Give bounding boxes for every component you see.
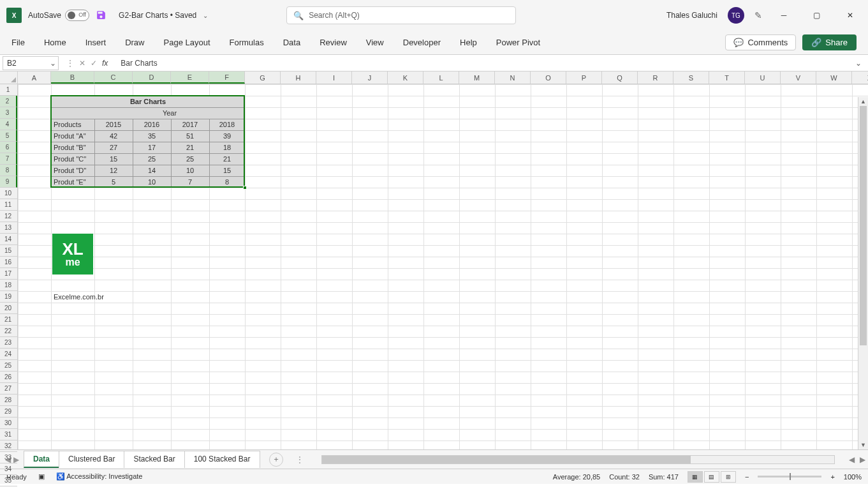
col-header-V[interactable]: V — [781, 71, 816, 84]
scroll-left-icon[interactable]: ◀ — [846, 455, 857, 464]
cell-B6[interactable]: Produt "B" — [51, 142, 94, 153]
cell-B5[interactable]: Produt "A" — [51, 130, 94, 142]
cell-C7[interactable]: 15 — [94, 153, 133, 165]
col-header-F[interactable]: F — [209, 71, 245, 84]
col-header-G[interactable]: G — [245, 71, 281, 84]
zoom-slider[interactable] — [758, 476, 821, 478]
col-header-A[interactable]: A — [18, 71, 51, 84]
page-break-view-button[interactable]: ⊞ — [721, 471, 736, 483]
row-header-31[interactable]: 31 — [0, 429, 17, 440]
sheet-tab-100-stacked-bar[interactable]: 100 Stacked Bar — [184, 451, 260, 468]
tab-data[interactable]: Data — [283, 35, 300, 50]
tab-view[interactable]: View — [366, 35, 384, 50]
select-all-button[interactable] — [0, 71, 18, 84]
cell-F8[interactable]: 15 — [209, 165, 245, 176]
row-header-33[interactable]: 33 — [0, 452, 17, 463]
col-header-M[interactable]: M — [459, 71, 495, 84]
cell-B19[interactable]: Excelme.com.br — [51, 291, 140, 303]
col-header-X[interactable]: X — [852, 71, 868, 84]
row-header-7[interactable]: 7 — [0, 153, 17, 165]
cell-E8[interactable]: 10 — [171, 165, 209, 176]
tab-file[interactable]: File — [11, 35, 25, 50]
row-header-17[interactable]: 17 — [0, 268, 17, 280]
row-header-11[interactable]: 11 — [0, 199, 17, 211]
page-layout-view-button[interactable]: ▤ — [704, 471, 719, 483]
cell-D5[interactable]: 35 — [133, 130, 171, 142]
sheet-tab-stacked-bar[interactable]: Stacked Bar — [124, 451, 184, 468]
row-header-10[interactable]: 10 — [0, 188, 17, 199]
zoom-out-button[interactable]: − — [745, 473, 749, 481]
cell-C8[interactable]: 12 — [94, 165, 133, 176]
row-header-25[interactable]: 25 — [0, 360, 17, 372]
cell-E7[interactable]: 25 — [171, 153, 209, 165]
vertical-scrollbar[interactable]: ▲ ▼ — [858, 97, 868, 449]
cell-area[interactable]: Bar ChartsYearProducts2015201620172018Pr… — [18, 84, 868, 449]
cell-D9[interactable]: 10 — [133, 176, 171, 188]
share-button[interactable]: 🔗 Share — [802, 34, 857, 50]
scroll-down-icon[interactable]: ▼ — [858, 440, 868, 449]
col-header-R[interactable]: R — [638, 71, 673, 84]
cell-E6[interactable]: 21 — [171, 142, 209, 153]
scroll-right-icon[interactable]: ▶ — [857, 455, 868, 464]
autosave-toggle[interactable]: AutoSave Off — [28, 10, 89, 21]
doc-name-dropdown-icon[interactable]: ⌄ — [203, 12, 208, 19]
cell-year-header[interactable]: Year — [94, 107, 245, 119]
row-header-5[interactable]: 5 — [0, 130, 17, 142]
row-header-15[interactable]: 15 — [0, 245, 17, 257]
formula-expand-icon[interactable]: ⌄ — [849, 59, 868, 68]
row-header-14[interactable]: 14 — [0, 234, 17, 245]
row-header-6[interactable]: 6 — [0, 142, 17, 153]
cell-E4[interactable]: 2017 — [171, 119, 209, 130]
cell-F6[interactable]: 18 — [209, 142, 245, 153]
col-header-O[interactable]: O — [531, 71, 566, 84]
tab-power-pivot[interactable]: Power Pivot — [496, 35, 540, 50]
col-header-P[interactable]: P — [566, 71, 602, 84]
col-header-J[interactable]: J — [352, 71, 388, 84]
cell-B9[interactable]: Produt "E" — [51, 176, 94, 188]
row-header-23[interactable]: 23 — [0, 337, 17, 349]
col-header-C[interactable]: C — [94, 71, 133, 84]
col-header-Q[interactable]: Q — [602, 71, 638, 84]
accessibility-status[interactable]: ♿ Accessibility: Investigate — [56, 472, 143, 481]
hscroll-thumb[interactable] — [322, 456, 691, 463]
row-header-27[interactable]: 27 — [0, 383, 17, 395]
normal-view-button[interactable]: ▦ — [688, 471, 703, 483]
col-header-S[interactable]: S — [673, 71, 709, 84]
tab-page-layout[interactable]: Page Layout — [164, 35, 210, 50]
cell-D4[interactable]: 2016 — [133, 119, 171, 130]
row-header-19[interactable]: 19 — [0, 291, 17, 303]
cell-F4[interactable]: 2018 — [209, 119, 245, 130]
tab-developer[interactable]: Developer — [403, 35, 441, 50]
fill-handle[interactable] — [243, 186, 247, 190]
row-header-29[interactable]: 29 — [0, 406, 17, 418]
search-input[interactable]: 🔍 Search (Alt+Q) — [286, 6, 516, 24]
tab-scroll-options-icon[interactable]: ⋮ — [296, 455, 304, 464]
chevron-down-icon[interactable]: ⌄ — [50, 59, 56, 68]
cell-F9[interactable]: 8 — [209, 176, 245, 188]
col-header-I[interactable]: I — [316, 71, 352, 84]
close-button[interactable]: ✕ — [839, 6, 862, 24]
row-header-8[interactable]: 8 — [0, 165, 17, 176]
minimize-button[interactable]: ─ — [772, 6, 795, 24]
cell-B7[interactable]: Produt "C" — [51, 153, 94, 165]
col-header-D[interactable]: D — [133, 71, 171, 84]
col-header-N[interactable]: N — [495, 71, 531, 84]
col-header-H[interactable]: H — [281, 71, 316, 84]
col-header-E[interactable]: E — [171, 71, 209, 84]
row-header-12[interactable]: 12 — [0, 211, 17, 222]
cell-title[interactable]: Bar Charts — [51, 96, 245, 107]
tab-formulas[interactable]: Formulas — [230, 35, 264, 50]
row-header-36[interactable]: 36 — [0, 486, 17, 489]
row-header-34[interactable]: 34 — [0, 463, 17, 475]
vscroll-thumb[interactable] — [860, 106, 867, 345]
tab-home[interactable]: Home — [44, 35, 66, 50]
col-header-B[interactable]: B — [51, 71, 94, 84]
cell-E9[interactable]: 7 — [171, 176, 209, 188]
row-header-30[interactable]: 30 — [0, 418, 17, 429]
row-header-13[interactable]: 13 — [0, 222, 17, 234]
cell-F5[interactable]: 39 — [209, 130, 245, 142]
row-header-18[interactable]: 18 — [0, 280, 17, 291]
row-header-22[interactable]: 22 — [0, 326, 17, 337]
document-name[interactable]: G2-Bar Charts • Saved — [119, 11, 196, 20]
maximize-button[interactable]: ▢ — [805, 6, 828, 24]
